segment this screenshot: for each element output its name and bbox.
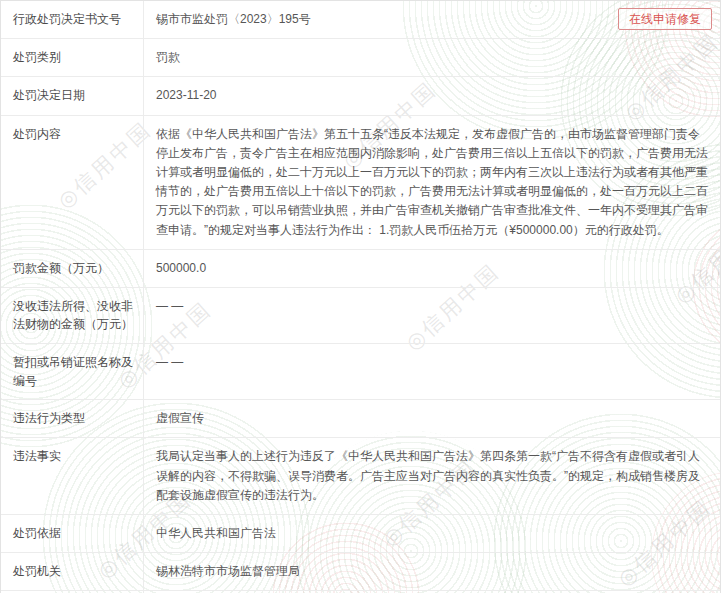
table-row-penalty-content: 处罚内容 依据《中华人民共和国广告法》第五十五条“违反本法规定，发布虚假广告的，… [1,116,720,250]
row-label: 行政处罚决定书文号 [1,1,144,38]
row-value: 我局认定当事人的上述行为违反了《中华人民共和国广告法》第四条第一款“广告不得含有… [144,438,720,514]
row-label: 违法事实 [1,438,144,514]
row-value: 中华人民共和国广告法 [144,515,720,552]
row-label: 没收违法所得、没收非法财物的金额（万元） [1,288,144,343]
table-row-penalty-authority: 处罚机关 锡林浩特市市场监督管理局 [1,553,720,591]
row-label: 暂扣或吊销证照名称及编号 [1,344,144,399]
row-value: 罚款 [144,39,720,76]
row-value: — — [144,288,720,343]
row-value: 依据《中华人民共和国广告法》第五十五条“违反本法规定，发布虚假广告的，由市场监督… [144,116,720,249]
row-label: 处罚类别 [1,39,144,76]
row-label: 罚款金额（万元） [1,250,144,287]
table-row-license-suspension: 暂扣或吊销证照名称及编号 — — [1,344,720,400]
table-row-confiscation-amount: 没收违法所得、没收非法财物的金额（万元） — — [1,288,720,344]
row-value: 锡林浩特市市场监督管理局 [144,553,720,590]
table-row-decision-date: 处罚决定日期 2023-11-20 [1,77,720,115]
table-row-penalty-category: 处罚类别 罚款 [1,39,720,77]
penalty-table: 行政处罚决定书文号 锡市市监处罚〈2023〉195号 处罚类别 罚款 处罚决定日… [1,1,720,593]
row-label: 处罚内容 [1,116,144,249]
row-value: 2023-11-20 [144,77,720,114]
table-row-penalty-basis: 处罚依据 中华人民共和国广告法 [1,515,720,553]
table-row-violation-type: 违法行为类型 虚假宣传 [1,400,720,438]
penalty-detail-page: ◎信用中国 ◎信用中国 ◎信用中国 ◎信用中国 ◎信用中国 ◎信用中国 ◎信用中… [0,0,721,593]
table-row-fine-amount: 罚款金额（万元） 500000.0 [1,250,720,288]
row-value: — — [144,344,720,399]
table-row-decision-number: 行政处罚决定书文号 锡市市监处罚〈2023〉195号 [1,1,720,39]
row-label: 处罚决定日期 [1,77,144,114]
row-value: 虚假宣传 [144,400,720,437]
row-value: 500000.0 [144,250,720,287]
online-repair-request-button[interactable]: 在线申请修复 [618,8,712,30]
row-label: 处罚依据 [1,515,144,552]
row-label: 违法行为类型 [1,400,144,437]
table-row-violation-facts: 违法事实 我局认定当事人的上述行为违反了《中华人民共和国广告法》第四条第一款“广… [1,438,720,515]
row-label: 处罚机关 [1,553,144,590]
